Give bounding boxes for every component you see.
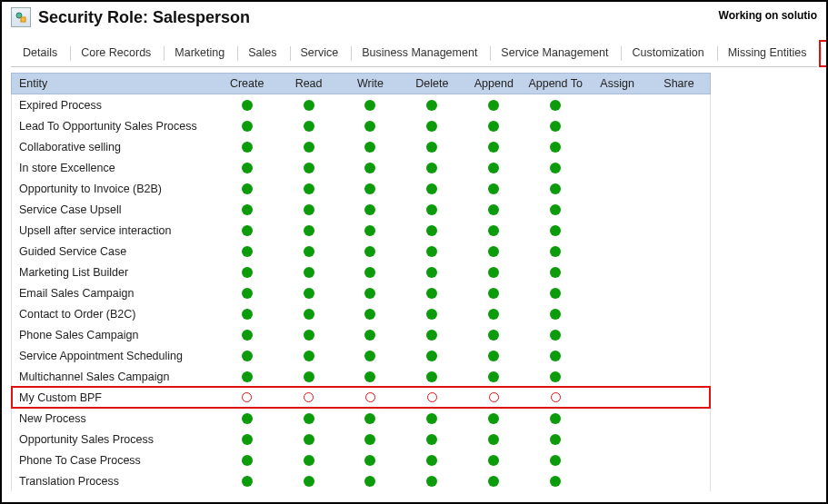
privilege-full-icon[interactable] [426,142,437,153]
privilege-full-icon[interactable] [488,121,499,132]
priv-cell[interactable] [340,138,402,156]
privilege-full-icon[interactable] [550,225,561,236]
privilege-full-icon[interactable] [488,371,499,382]
priv-cell[interactable] [648,457,710,464]
privilege-full-icon[interactable] [242,163,253,173]
priv-cell[interactable] [463,242,524,261]
priv-cell[interactable] [586,123,648,130]
priv-cell[interactable] [340,410,402,428]
priv-cell[interactable] [586,311,648,318]
priv-cell[interactable] [463,451,524,469]
privilege-full-icon[interactable] [242,142,253,153]
privilege-full-icon[interactable] [364,100,375,111]
priv-cell[interactable] [401,389,463,406]
priv-cell[interactable] [586,143,648,151]
priv-cell[interactable] [463,326,524,344]
priv-cell[interactable] [524,96,586,114]
privilege-full-icon[interactable] [304,330,314,341]
priv-cell[interactable] [340,389,402,406]
priv-cell[interactable] [648,227,710,234]
priv-cell[interactable] [463,117,524,135]
entity-name[interactable]: Opportunity to Invoice (B2B) [12,183,216,195]
privilege-full-icon[interactable] [426,330,437,341]
privilege-full-icon[interactable] [488,204,499,215]
privilege-none-icon[interactable] [242,392,252,402]
priv-cell[interactable] [216,326,278,344]
privilege-full-icon[interactable] [488,309,499,320]
priv-cell[interactable] [401,96,463,114]
priv-cell[interactable] [586,457,648,464]
entity-name[interactable]: Lead To Opportunity Sales Process [12,120,216,133]
privilege-full-icon[interactable] [488,434,499,445]
priv-cell[interactable] [340,305,402,323]
priv-cell[interactable] [463,472,524,490]
entity-name[interactable]: Opportunity Sales Process [12,433,216,446]
privilege-full-icon[interactable] [364,309,375,320]
column-header-delete[interactable]: Delete [401,74,463,94]
priv-cell[interactable] [648,248,710,255]
priv-cell[interactable] [216,284,278,302]
priv-cell[interactable] [463,263,524,282]
priv-cell[interactable] [278,263,340,282]
priv-cell[interactable] [216,263,278,282]
priv-cell[interactable] [524,368,586,386]
priv-cell[interactable] [586,478,648,485]
entity-name[interactable]: Marketing List Builder [12,266,216,279]
column-header-append-to[interactable]: Append To [524,74,586,94]
tab-service[interactable]: Service [289,40,351,66]
entity-name[interactable]: Phone To Case Process [12,454,216,467]
privilege-full-icon[interactable] [242,330,253,341]
priv-cell[interactable] [278,284,340,302]
entity-name[interactable]: Service Case Upsell [12,203,216,216]
entity-name[interactable]: Translation Process [12,475,216,488]
privilege-full-icon[interactable] [364,371,375,382]
column-header-append[interactable]: Append [463,74,524,94]
priv-cell[interactable] [216,368,278,386]
priv-cell[interactable] [524,242,586,261]
priv-cell[interactable] [648,331,710,339]
privilege-full-icon[interactable] [426,246,437,257]
entity-name[interactable]: Collaborative selling [12,141,216,153]
privilege-full-icon[interactable] [304,434,314,445]
privilege-full-icon[interactable] [426,434,437,445]
privilege-full-icon[interactable] [242,351,253,361]
priv-cell[interactable] [278,368,340,386]
priv-cell[interactable] [648,185,710,193]
priv-cell[interactable] [401,451,463,469]
privilege-full-icon[interactable] [550,204,561,215]
priv-cell[interactable] [648,269,710,276]
priv-cell[interactable] [463,222,524,240]
privilege-full-icon[interactable] [426,413,437,424]
priv-cell[interactable] [401,347,463,365]
priv-cell[interactable] [648,415,710,422]
priv-cell[interactable] [216,451,278,469]
privilege-full-icon[interactable] [550,246,561,257]
privilege-full-icon[interactable] [426,100,437,111]
privilege-none-icon[interactable] [304,392,314,402]
priv-cell[interactable] [401,138,463,156]
priv-cell[interactable] [463,180,524,198]
privilege-full-icon[interactable] [426,351,437,361]
priv-cell[interactable] [648,311,710,318]
priv-cell[interactable] [216,305,278,323]
privilege-full-icon[interactable] [550,476,561,487]
privilege-full-icon[interactable] [304,142,314,153]
privilege-full-icon[interactable] [426,288,437,299]
priv-cell[interactable] [524,284,586,302]
priv-cell[interactable] [463,138,524,156]
priv-cell[interactable] [340,472,402,490]
privilege-full-icon[interactable] [364,351,375,361]
privilege-full-icon[interactable] [242,413,253,424]
entity-name[interactable]: Guided Service Case [12,245,216,258]
privilege-full-icon[interactable] [488,455,499,466]
priv-cell[interactable] [586,415,648,422]
priv-cell[interactable] [278,138,340,156]
tab-details[interactable]: Details [11,40,69,66]
entity-name[interactable]: My Custom BPF [12,391,216,404]
column-header-create[interactable]: Create [216,74,278,94]
priv-cell[interactable] [524,472,586,490]
priv-cell[interactable] [278,347,340,365]
priv-cell[interactable] [401,410,463,428]
column-header-assign[interactable]: Assign [586,74,648,94]
priv-cell[interactable] [463,96,524,114]
